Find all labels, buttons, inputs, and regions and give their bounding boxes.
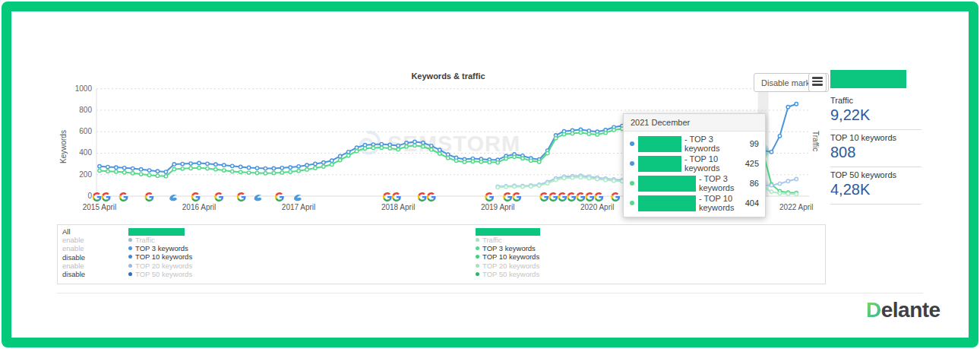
data-point[interactable] <box>795 103 798 106</box>
data-point[interactable] <box>322 165 325 168</box>
data-point[interactable] <box>131 172 134 175</box>
data-point[interactable] <box>289 166 292 169</box>
data-point[interactable] <box>430 148 433 151</box>
data-point[interactable] <box>289 170 292 173</box>
data-point[interactable] <box>305 163 308 167</box>
data-point[interactable] <box>479 160 482 163</box>
data-point[interactable] <box>239 165 242 168</box>
google-update-icon[interactable] <box>191 192 201 201</box>
legend-item[interactable]: TOP 20 keywords <box>128 262 192 270</box>
data-point[interactable] <box>521 157 524 160</box>
legend-item[interactable]: TOP 3 keywords <box>128 244 192 252</box>
data-point[interactable] <box>795 192 798 195</box>
legend-toggle-disable[interactable]: disable <box>62 253 85 262</box>
google-update-icon[interactable] <box>275 192 284 201</box>
data-point[interactable] <box>596 133 599 136</box>
data-point[interactable] <box>346 154 349 157</box>
data-point[interactable] <box>231 164 234 167</box>
data-point[interactable] <box>612 128 615 132</box>
data-point[interactable] <box>612 179 615 182</box>
data-point[interactable] <box>380 142 383 145</box>
data-point[interactable] <box>255 167 258 170</box>
other-update-icon[interactable] <box>294 195 302 201</box>
data-point[interactable] <box>496 186 499 189</box>
google-update-icon[interactable] <box>611 192 620 201</box>
google-update-icon[interactable] <box>485 192 494 201</box>
data-point[interactable] <box>147 169 150 172</box>
google-update-icon[interactable] <box>548 192 558 201</box>
legend-item[interactable]: TOP 50 keywords <box>476 270 540 278</box>
legend-toggle-disable[interactable]: disable <box>62 270 85 278</box>
data-point[interactable] <box>223 169 226 172</box>
google-update-icon[interactable] <box>539 192 548 201</box>
data-point[interactable] <box>198 161 201 164</box>
legend-item[interactable]: TOP 10 keywords <box>128 252 192 261</box>
data-point[interactable] <box>156 174 159 177</box>
data-point[interactable] <box>795 177 798 180</box>
data-point[interactable] <box>181 167 184 170</box>
google-update-icon[interactable] <box>576 192 585 201</box>
data-point[interactable] <box>388 147 391 150</box>
google-update-icon[interactable] <box>418 192 427 201</box>
data-point[interactable] <box>504 186 507 189</box>
data-point[interactable] <box>206 167 209 170</box>
data-point[interactable] <box>786 179 789 182</box>
google-update-icon[interactable] <box>567 192 576 201</box>
data-point[interactable] <box>538 184 541 187</box>
data-point[interactable] <box>413 144 416 147</box>
data-point[interactable] <box>147 173 150 176</box>
google-update-icon[interactable] <box>594 192 603 201</box>
data-point[interactable] <box>579 176 582 179</box>
data-point[interactable] <box>571 176 574 179</box>
data-point[interactable] <box>538 160 541 163</box>
data-point[interactable] <box>255 171 258 174</box>
data-point[interactable] <box>513 185 516 188</box>
data-point[interactable] <box>413 140 416 143</box>
legend-toggle-enable[interactable]: enable <box>62 244 85 252</box>
data-point[interactable] <box>488 160 491 163</box>
google-update-icon[interactable] <box>119 192 128 201</box>
google-update-icon[interactable] <box>102 192 111 201</box>
data-point[interactable] <box>355 146 358 149</box>
data-point[interactable] <box>786 106 789 109</box>
data-point[interactable] <box>280 171 283 174</box>
data-point[interactable] <box>280 167 283 170</box>
google-update-icon[interactable] <box>585 192 594 201</box>
data-point[interactable] <box>115 170 118 173</box>
data-point[interactable] <box>530 185 533 188</box>
data-point[interactable] <box>164 175 167 178</box>
data-point[interactable] <box>123 167 126 170</box>
google-update-icon[interactable] <box>427 192 436 201</box>
data-point[interactable] <box>189 167 192 170</box>
data-point[interactable] <box>338 158 341 161</box>
data-point[interactable] <box>139 167 142 170</box>
data-point[interactable] <box>363 144 366 147</box>
data-point[interactable] <box>545 151 548 154</box>
google-update-icon[interactable] <box>93 192 102 201</box>
data-point[interactable] <box>231 170 234 173</box>
data-point[interactable] <box>172 167 175 170</box>
data-point[interactable] <box>405 141 408 144</box>
data-point[interactable] <box>786 192 789 195</box>
other-update-icon[interactable] <box>254 195 262 201</box>
data-point[interactable] <box>388 143 391 146</box>
data-point[interactable] <box>338 154 341 157</box>
google-update-icon[interactable] <box>145 192 154 201</box>
data-point[interactable] <box>530 159 533 162</box>
data-point[interactable] <box>297 169 300 172</box>
data-point[interactable] <box>172 163 175 166</box>
data-point[interactable] <box>604 178 607 181</box>
data-point[interactable] <box>106 170 109 173</box>
data-point[interactable] <box>446 156 449 159</box>
data-point[interactable] <box>330 159 334 162</box>
data-point[interactable] <box>397 148 400 151</box>
data-point[interactable] <box>247 171 250 174</box>
data-point[interactable] <box>346 151 349 154</box>
data-point[interactable] <box>206 162 209 165</box>
data-point[interactable] <box>214 163 217 166</box>
data-point[interactable] <box>131 167 134 170</box>
data-point[interactable] <box>397 144 400 147</box>
legend-toggle-enable[interactable]: enable <box>62 236 85 244</box>
data-point[interactable] <box>554 136 557 139</box>
data-point[interactable] <box>438 148 441 151</box>
